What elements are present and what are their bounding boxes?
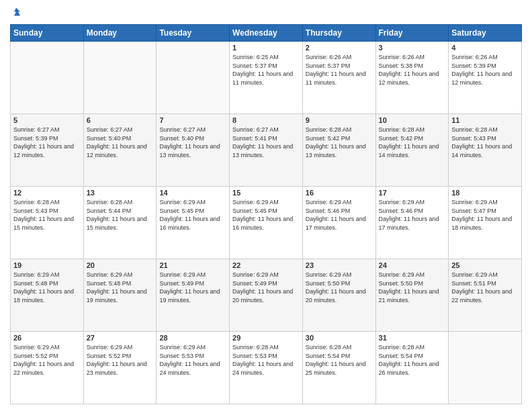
cell-details: Sunrise: 6:29 AMSunset: 5:48 PMDaylight:… [13, 271, 81, 304]
calendar-cell: 31Sunrise: 6:28 AMSunset: 5:54 PMDayligh… [375, 332, 449, 404]
weekday-header-friday: Friday [375, 25, 449, 42]
cell-details: Sunrise: 6:29 AMSunset: 5:52 PMDaylight:… [13, 343, 81, 377]
cell-details: Sunrise: 6:28 AMSunset: 5:43 PMDaylight:… [451, 126, 519, 159]
cell-details: Sunrise: 6:29 AMSunset: 5:51 PMDaylight:… [451, 271, 519, 304]
day-number: 10 [379, 116, 446, 124]
cell-details: Sunrise: 6:25 AMSunset: 5:37 PMDaylight:… [232, 53, 300, 87]
cell-details: Sunrise: 6:29 AMSunset: 5:47 PMDaylight:… [451, 198, 519, 232]
cell-details: Sunrise: 6:28 AMSunset: 5:53 PMDaylight:… [232, 343, 300, 377]
weekday-header-tuesday: Tuesday [157, 25, 230, 42]
day-number: 27 [87, 334, 154, 342]
day-number: 1 [232, 44, 300, 52]
cell-details: Sunrise: 6:29 AMSunset: 5:49 PMDaylight:… [159, 271, 226, 304]
day-number: 9 [306, 116, 373, 124]
cell-details: Sunrise: 6:29 AMSunset: 5:52 PMDaylight:… [87, 343, 154, 377]
cell-details: Sunrise: 6:29 AMSunset: 5:53 PMDaylight:… [159, 343, 226, 377]
day-number: 3 [379, 44, 446, 52]
day-number: 15 [232, 189, 300, 197]
calendar-cell: 1Sunrise: 6:25 AMSunset: 5:37 PMDaylight… [230, 42, 303, 114]
calendar-cell: 15Sunrise: 6:29 AMSunset: 5:45 PMDayligh… [230, 187, 303, 259]
cell-details: Sunrise: 6:29 AMSunset: 5:45 PMDaylight:… [159, 198, 226, 232]
calendar-cell: 17Sunrise: 6:29 AMSunset: 5:46 PMDayligh… [375, 187, 449, 259]
calendar-cell: 14Sunrise: 6:29 AMSunset: 5:45 PMDayligh… [157, 187, 230, 259]
header [10, 7, 522, 19]
calendar-cell: 26Sunrise: 6:29 AMSunset: 5:52 PMDayligh… [11, 332, 84, 404]
calendar-cell: 4Sunrise: 6:26 AMSunset: 5:39 PMDaylight… [449, 42, 522, 114]
day-number: 23 [306, 261, 373, 269]
cell-details: Sunrise: 6:29 AMSunset: 5:50 PMDaylight:… [379, 271, 446, 304]
day-number: 14 [159, 189, 226, 197]
calendar-cell: 5Sunrise: 6:27 AMSunset: 5:39 PMDaylight… [11, 114, 84, 187]
day-number: 8 [232, 116, 300, 124]
logo [10, 7, 25, 19]
cell-details: Sunrise: 6:28 AMSunset: 5:42 PMDaylight:… [306, 126, 373, 159]
calendar-cell: 23Sunrise: 6:29 AMSunset: 5:50 PMDayligh… [302, 259, 375, 332]
day-number: 21 [159, 261, 226, 269]
cell-details: Sunrise: 6:27 AMSunset: 5:41 PMDaylight:… [232, 126, 300, 159]
svg-marker-0 [14, 8, 20, 16]
cell-details: Sunrise: 6:29 AMSunset: 5:46 PMDaylight:… [306, 198, 373, 232]
day-number: 22 [232, 261, 300, 269]
cell-details: Sunrise: 6:27 AMSunset: 5:39 PMDaylight:… [13, 126, 81, 159]
cell-details: Sunrise: 6:28 AMSunset: 5:54 PMDaylight:… [306, 343, 373, 377]
calendar-cell: 30Sunrise: 6:28 AMSunset: 5:54 PMDayligh… [302, 332, 375, 404]
weekday-header-saturday: Saturday [449, 25, 522, 42]
calendar-cell: 3Sunrise: 6:26 AMSunset: 5:38 PMDaylight… [375, 42, 449, 114]
day-number: 26 [13, 334, 81, 342]
weekday-header-thursday: Thursday [302, 25, 375, 42]
calendar-cell: 6Sunrise: 6:27 AMSunset: 5:40 PMDaylight… [83, 114, 157, 187]
logo-icon [10, 7, 22, 19]
day-number: 4 [451, 44, 519, 52]
day-number: 29 [232, 334, 300, 342]
weekday-header-wednesday: Wednesday [230, 25, 303, 42]
day-number: 17 [379, 189, 446, 197]
cell-details: Sunrise: 6:26 AMSunset: 5:39 PMDaylight:… [451, 53, 519, 87]
calendar-cell: 27Sunrise: 6:29 AMSunset: 5:52 PMDayligh… [83, 332, 157, 404]
calendar-cell: 21Sunrise: 6:29 AMSunset: 5:49 PMDayligh… [157, 259, 230, 332]
calendar-cell: 20Sunrise: 6:29 AMSunset: 5:48 PMDayligh… [83, 259, 157, 332]
day-number: 25 [451, 261, 519, 269]
calendar-cell: 9Sunrise: 6:28 AMSunset: 5:42 PMDaylight… [302, 114, 375, 187]
calendar-cell [83, 42, 157, 114]
calendar-cell: 22Sunrise: 6:29 AMSunset: 5:49 PMDayligh… [230, 259, 303, 332]
cell-details: Sunrise: 6:29 AMSunset: 5:45 PMDaylight:… [232, 198, 300, 232]
calendar-table: SundayMondayTuesdayWednesdayThursdayFrid… [10, 24, 522, 404]
day-number: 19 [13, 261, 81, 269]
cell-details: Sunrise: 6:28 AMSunset: 5:54 PMDaylight:… [379, 343, 446, 377]
day-number: 28 [159, 334, 226, 342]
calendar-cell [157, 42, 230, 114]
calendar-cell: 10Sunrise: 6:28 AMSunset: 5:42 PMDayligh… [375, 114, 449, 187]
weekday-header-sunday: Sunday [11, 25, 84, 42]
cell-details: Sunrise: 6:28 AMSunset: 5:43 PMDaylight:… [13, 198, 81, 232]
calendar-cell [449, 332, 522, 404]
day-number: 31 [379, 334, 446, 342]
cell-details: Sunrise: 6:28 AMSunset: 5:42 PMDaylight:… [379, 126, 446, 159]
calendar-cell: 2Sunrise: 6:26 AMSunset: 5:37 PMDaylight… [302, 42, 375, 114]
cell-details: Sunrise: 6:26 AMSunset: 5:37 PMDaylight:… [306, 53, 373, 87]
day-number: 11 [451, 116, 519, 124]
day-number: 5 [13, 116, 81, 124]
cell-details: Sunrise: 6:29 AMSunset: 5:46 PMDaylight:… [379, 198, 446, 232]
calendar-cell: 18Sunrise: 6:29 AMSunset: 5:47 PMDayligh… [449, 187, 522, 259]
cell-details: Sunrise: 6:26 AMSunset: 5:38 PMDaylight:… [379, 53, 446, 87]
calendar-cell: 28Sunrise: 6:29 AMSunset: 5:53 PMDayligh… [157, 332, 230, 404]
day-number: 30 [306, 334, 373, 342]
cell-details: Sunrise: 6:27 AMSunset: 5:40 PMDaylight:… [87, 126, 154, 159]
weekday-header-monday: Monday [83, 25, 157, 42]
calendar-cell: 25Sunrise: 6:29 AMSunset: 5:51 PMDayligh… [449, 259, 522, 332]
day-number: 24 [379, 261, 446, 269]
day-number: 7 [159, 116, 226, 124]
day-number: 20 [87, 261, 154, 269]
calendar-cell: 12Sunrise: 6:28 AMSunset: 5:43 PMDayligh… [11, 187, 84, 259]
calendar-cell: 8Sunrise: 6:27 AMSunset: 5:41 PMDaylight… [230, 114, 303, 187]
calendar-cell [11, 42, 84, 114]
cell-details: Sunrise: 6:28 AMSunset: 5:44 PMDaylight:… [87, 198, 154, 232]
calendar-cell: 24Sunrise: 6:29 AMSunset: 5:50 PMDayligh… [375, 259, 449, 332]
day-number: 6 [87, 116, 154, 124]
day-number: 18 [451, 189, 519, 197]
cell-details: Sunrise: 6:27 AMSunset: 5:40 PMDaylight:… [159, 126, 226, 159]
page: SundayMondayTuesdayWednesdayThursdayFrid… [0, 0, 532, 411]
calendar-cell: 7Sunrise: 6:27 AMSunset: 5:40 PMDaylight… [157, 114, 230, 187]
calendar-cell: 11Sunrise: 6:28 AMSunset: 5:43 PMDayligh… [449, 114, 522, 187]
cell-details: Sunrise: 6:29 AMSunset: 5:50 PMDaylight:… [306, 271, 373, 304]
